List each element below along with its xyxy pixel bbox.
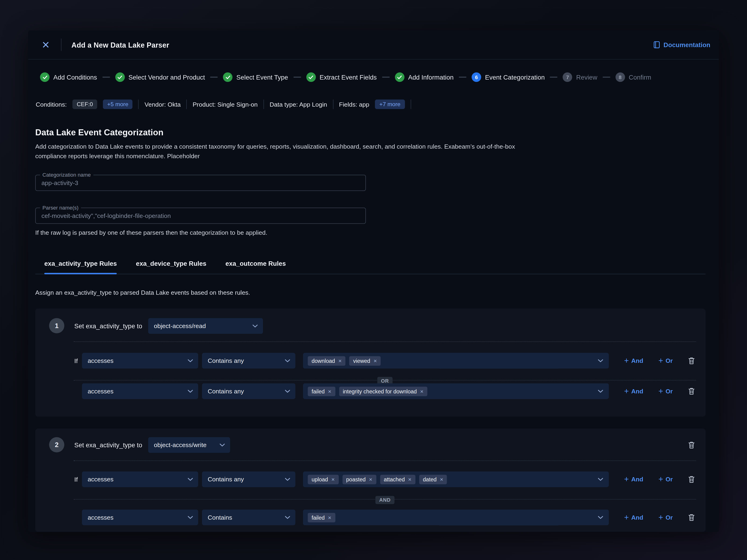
summary-divider <box>410 100 411 109</box>
values-multiselect[interactable]: upload× poasted× attached× dated× <box>303 471 609 487</box>
operator-select[interactable]: Contains any <box>202 383 295 399</box>
add-or-button[interactable]: +Or <box>658 357 672 365</box>
chip-remove-icon[interactable]: × <box>408 477 411 482</box>
if-label: If <box>74 476 78 483</box>
parser-names-field[interactable]: Parser name(s) cef-moveit-activity","cef… <box>35 208 366 224</box>
values-multiselect[interactable]: download× viewed× <box>303 353 609 368</box>
activity-type-select[interactable]: object-access/write <box>148 437 230 453</box>
add-or-button[interactable]: +Or <box>658 476 672 483</box>
chevron-down-icon <box>220 443 225 447</box>
plus-icon: + <box>658 513 663 521</box>
value-chip: integrity checked for download× <box>339 386 427 396</box>
step-extract-event-fields[interactable]: Extract Event Fields <box>306 72 377 82</box>
condition-connector: AND <box>74 495 696 503</box>
operator-select[interactable]: Contains any <box>202 353 295 368</box>
chip-remove-icon[interactable]: × <box>328 388 331 394</box>
chevron-down-icon <box>598 478 603 481</box>
product-summary: Product: Single Sign-on <box>192 101 258 108</box>
dotted-divider <box>74 341 696 342</box>
step-connector <box>102 77 110 78</box>
operator-select[interactable]: Contains any <box>202 471 295 487</box>
delete-rule-button[interactable] <box>687 441 696 449</box>
condition-row: accesses Contains any failed× integrity … <box>35 383 705 399</box>
plus-icon: + <box>624 475 629 483</box>
set-activity-type-label: Set exa_activity_type to <box>74 442 142 449</box>
field-select[interactable]: accesses <box>82 471 198 487</box>
delete-row-button[interactable] <box>687 513 696 522</box>
step-review[interactable]: 7 Review <box>563 72 597 82</box>
add-parser-modal: Add a New Data Lake Parser Documentation… <box>28 31 719 532</box>
chip-remove-icon[interactable]: × <box>369 477 372 482</box>
chip-remove-icon[interactable]: × <box>420 388 423 394</box>
categorization-name-field[interactable]: Categorization name app-activity-3 <box>35 175 366 191</box>
chevron-down-icon <box>598 516 603 519</box>
page-title: Add a New Data Lake Parser <box>72 41 169 49</box>
documentation-label: Documentation <box>664 41 710 49</box>
trash-icon <box>688 387 695 395</box>
operator-select[interactable]: Contains <box>202 510 295 525</box>
chevron-down-icon <box>188 390 193 393</box>
chip-remove-icon[interactable]: × <box>440 477 443 482</box>
values-multiselect[interactable]: failed× <box>303 510 609 525</box>
field-select[interactable]: accesses <box>82 383 198 399</box>
field-select[interactable]: accesses <box>82 353 198 368</box>
condition-row: If accesses Contains any upload× poasted… <box>35 471 705 487</box>
rules-tabbar: exa_activity_type Rules exa_device_type … <box>35 255 705 274</box>
condition-connector: OR <box>74 376 696 384</box>
delete-row-button[interactable] <box>687 356 696 365</box>
value-chip: dated× <box>419 475 447 484</box>
documentation-link[interactable]: Documentation <box>653 41 710 49</box>
tab-exa-outcome-rules[interactable]: exa_outcome Rules <box>226 260 286 274</box>
close-button[interactable] <box>41 39 51 50</box>
chip-remove-icon[interactable]: × <box>338 358 341 364</box>
step-select-event-type[interactable]: Select Event Type <box>223 72 288 82</box>
field-select[interactable]: accesses <box>82 510 198 525</box>
conditions-more-chip[interactable]: +5 more <box>103 100 133 109</box>
delete-row-button[interactable] <box>687 475 696 484</box>
dotted-divider <box>74 460 696 461</box>
step-number: 8 <box>615 72 625 82</box>
delete-row-button[interactable] <box>687 387 696 396</box>
trash-icon <box>688 357 695 365</box>
summary-divider <box>186 100 187 109</box>
chevron-down-icon <box>598 359 603 363</box>
add-and-button[interactable]: +And <box>624 357 643 365</box>
value-chip: poasted× <box>342 475 376 484</box>
set-activity-type-label: Set exa_activity_type to <box>74 322 142 330</box>
step-add-conditions[interactable]: Add Conditions <box>40 72 97 82</box>
plus-icon: + <box>624 513 629 521</box>
add-and-button[interactable]: +And <box>624 513 643 521</box>
condition-row: If accesses Contains any download× viewe… <box>35 353 705 368</box>
add-and-button[interactable]: +And <box>624 476 643 483</box>
step-confirm[interactable]: 8 Confirm <box>615 72 651 82</box>
add-or-button[interactable]: +Or <box>658 513 672 521</box>
tab-exa-device-type-rules[interactable]: exa_device_type Rules <box>136 260 206 274</box>
tab-exa-activity-type-rules[interactable]: exa_activity_type Rules <box>44 260 117 274</box>
activity-type-select[interactable]: object-access/read <box>148 318 263 334</box>
if-label: If <box>74 357 78 365</box>
values-multiselect[interactable]: failed× integrity checked for download× <box>303 383 609 399</box>
fields-more-chip[interactable]: +7 more <box>375 100 405 109</box>
selection-summary: Conditions: CEF:0 +5 more Vendor: Okta P… <box>36 98 411 110</box>
chip-remove-icon[interactable]: × <box>328 514 331 520</box>
plus-icon: + <box>624 387 629 395</box>
step-number: 7 <box>563 72 572 82</box>
value-chip: viewed× <box>349 356 381 366</box>
header-divider <box>61 38 61 51</box>
section-title: Data Lake Event Categorization <box>35 128 163 138</box>
condition-row: accesses Contains failed× +And +Or <box>35 510 705 525</box>
chevron-down-icon <box>285 516 290 519</box>
plus-icon: + <box>658 387 663 395</box>
add-or-button[interactable]: +Or <box>658 387 672 395</box>
chip-remove-icon[interactable]: × <box>374 358 377 364</box>
step-event-categorization[interactable]: 6 Event Categorization <box>472 72 545 82</box>
assign-description: Assign an exa_activity_type to parsed Da… <box>35 289 250 296</box>
step-add-information[interactable]: Add Information <box>395 72 454 82</box>
chevron-down-icon <box>188 478 193 481</box>
add-and-button[interactable]: +And <box>624 387 643 395</box>
step-connector <box>459 77 467 78</box>
step-select-vendor-product[interactable]: Select Vendor and Product <box>115 72 205 82</box>
parser-names-value: cef-moveit-activity","cef-logbinder-file… <box>42 212 171 219</box>
chip-remove-icon[interactable]: × <box>331 477 335 482</box>
rule-number: 1 <box>49 318 64 333</box>
